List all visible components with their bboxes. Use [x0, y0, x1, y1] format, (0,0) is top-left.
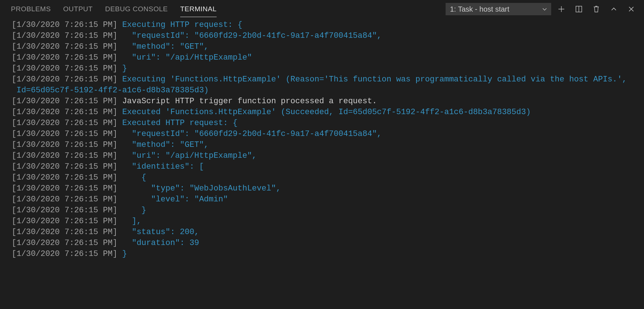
- terminal-line: [1/30/2020 7:26:15 PM] "method": "GET",: [12, 140, 644, 151]
- terminal-line: [1/30/2020 7:26:15 PM] "identities": [: [12, 161, 644, 172]
- terminal-line: [1/30/2020 7:26:15 PM] "duration": 39: [12, 238, 644, 249]
- terminal-line: [1/30/2020 7:26:15 PM] }: [12, 63, 644, 74]
- terminal-line: [1/30/2020 7:26:15 PM] {: [12, 172, 644, 183]
- tab-debug-console[interactable]: DEBUG CONSOLE: [105, 1, 168, 17]
- terminal-line: [1/30/2020 7:26:15 PM] "method": "GET",: [12, 41, 644, 52]
- panel-actions: 1: Task - host start: [446, 3, 639, 15]
- terminal-line: [1/30/2020 7:26:15 PM] "uri": "/api/Http…: [12, 52, 644, 63]
- terminal-line: [1/30/2020 7:26:15 PM] "uri": "/api/Http…: [12, 151, 644, 161]
- split-horizontal-icon: [575, 5, 583, 13]
- terminal-line: Id=65d05c7f-5192-4ff2-a1c6-d8b3a78385d3): [12, 85, 644, 96]
- close-icon: [628, 5, 635, 13]
- terminal-line: [1/30/2020 7:26:15 PM] "requestId": "666…: [12, 31, 644, 41]
- new-terminal-button[interactable]: [554, 3, 569, 15]
- terminal-line: [1/30/2020 7:26:15 PM] ],: [12, 216, 644, 227]
- tab-terminal[interactable]: TERMINAL: [180, 1, 217, 17]
- kill-terminal-button[interactable]: [589, 3, 604, 15]
- terminal-line: [1/30/2020 7:26:15 PM] Executed 'Functio…: [12, 107, 644, 118]
- panel-header: PROBLEMS OUTPUT DEBUG CONSOLE TERMINAL 1…: [0, 0, 644, 18]
- terminal-line: [1/30/2020 7:26:15 PM] "requestId": "666…: [12, 129, 644, 140]
- panel-tabs: PROBLEMS OUTPUT DEBUG CONSOLE TERMINAL: [11, 1, 446, 17]
- plus-icon: [557, 5, 565, 13]
- terminal-line: [1/30/2020 7:26:15 PM] "level": "Admin": [12, 194, 644, 205]
- split-terminal-button[interactable]: [572, 3, 586, 15]
- terminal-line: [1/30/2020 7:26:15 PM] Executing 'Functi…: [12, 74, 644, 85]
- terminal-line: [1/30/2020 7:26:15 PM] Executed HTTP req…: [12, 118, 644, 129]
- terminal-line: [1/30/2020 7:26:15 PM] }: [12, 205, 644, 216]
- terminal-line: [1/30/2020 7:26:15 PM] JavaScript HTTP t…: [12, 96, 644, 107]
- terminal-selector[interactable]: 1: Task - host start: [446, 3, 551, 15]
- chevron-up-icon: [610, 5, 617, 13]
- maximize-panel-button[interactable]: [607, 3, 621, 15]
- terminal-output[interactable]: [1/30/2020 7:26:15 PM] Executing HTTP re…: [0, 18, 644, 260]
- terminal-line: [1/30/2020 7:26:15 PM] Executing HTTP re…: [12, 20, 644, 31]
- trash-icon: [593, 5, 600, 13]
- tab-output[interactable]: OUTPUT: [63, 1, 93, 17]
- close-panel-button[interactable]: [624, 3, 639, 15]
- terminal-line: [1/30/2020 7:26:15 PM] "status": 200,: [12, 227, 644, 238]
- tab-problems[interactable]: PROBLEMS: [11, 1, 51, 17]
- terminal-line: [1/30/2020 7:26:15 PM] }: [12, 249, 644, 260]
- terminal-line: [1/30/2020 7:26:15 PM] "type": "WebJobsA…: [12, 183, 644, 194]
- terminal-selector-label: 1: Task - host start: [450, 5, 509, 13]
- chevron-down-icon: [542, 6, 548, 12]
